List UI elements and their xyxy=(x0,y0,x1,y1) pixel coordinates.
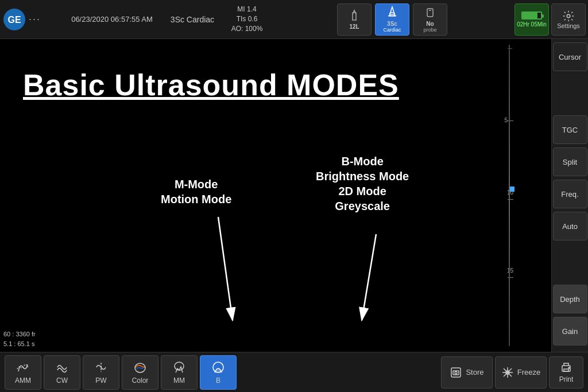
print-icon xyxy=(560,362,572,374)
b-mode-annotation: B-ModeBrightness Mode2D ModeGreyscale xyxy=(316,154,409,214)
battery-fill xyxy=(523,13,537,18)
gain-btn[interactable]: Gain xyxy=(553,317,587,346)
probe-none-sublabel: probe xyxy=(423,27,436,33)
mode-btn-cw[interactable]: CW xyxy=(44,355,80,390)
main-content: Basic Ultrasound MODES M-ModeMotion Mode… xyxy=(0,39,588,352)
probe-btn-12l[interactable]: 12L xyxy=(337,3,372,36)
probe-btn-none[interactable]: No probe xyxy=(413,3,447,36)
cursor-btn[interactable]: Cursor xyxy=(553,42,587,71)
battery-btn[interactable]: 02Hr 05Min xyxy=(514,3,549,36)
svg-text:GE: GE xyxy=(7,15,21,25)
freeze-icon xyxy=(501,366,514,379)
cw-label: CW xyxy=(56,377,68,385)
ge-logo: GE xyxy=(3,9,25,30)
topbar: GE ··· 06/23/2020 06:57:55 AM 3Sc Cardia… xyxy=(0,0,588,39)
store-label: Store xyxy=(466,368,483,377)
probe-3sc-sublabel: Cardiac xyxy=(383,27,401,33)
slide-title: Basic Ultrasound MODES xyxy=(23,68,399,102)
color-label: Color xyxy=(132,377,149,385)
split-btn[interactable]: Split xyxy=(553,148,587,176)
svg-point-14 xyxy=(455,371,457,374)
svg-line-6 xyxy=(218,217,233,320)
topbar-mi-info: MI 1.4 TIs 0.6 AO: 100% xyxy=(224,5,270,33)
dots-menu[interactable]: ··· xyxy=(29,13,41,25)
topbar-probes: 12L 3Sc Cardiac No probe xyxy=(270,3,514,36)
topbar-probe-info: 3Sc Cardiac xyxy=(161,15,224,24)
ruler-15: 15— xyxy=(502,267,513,280)
amm-label: AMM xyxy=(15,377,31,385)
b-mode-label: B-ModeBrightness Mode2D ModeGreyscale xyxy=(316,154,409,214)
freeze-label: Freeze xyxy=(517,368,540,377)
auto-btn[interactable]: Auto xyxy=(553,212,587,240)
mode-btn-pw[interactable]: PW xyxy=(83,355,119,390)
print-label: Print xyxy=(559,375,574,383)
store-btn[interactable]: Store xyxy=(441,356,493,389)
svg-point-4 xyxy=(567,14,570,18)
freq-btn[interactable]: Freq. xyxy=(553,180,587,208)
mode-btn-mm[interactable]: MM xyxy=(161,355,198,390)
battery-indicator xyxy=(521,11,542,20)
b-label: B xyxy=(216,377,220,385)
bottom-info: 60 : 3360 fr 5.1 : 65.1 s xyxy=(3,329,36,348)
mode-btn-amm[interactable]: AMM xyxy=(5,355,41,390)
bottombar: AMM CW PW Color xyxy=(0,352,588,392)
probe-3sc-label: 3Sc xyxy=(387,21,397,27)
m-mode-annotation: M-ModeMotion Mode xyxy=(161,177,231,207)
probe-none-label: No xyxy=(426,21,434,27)
settings-btn[interactable]: Settings xyxy=(551,3,586,36)
mode-btn-b[interactable]: B xyxy=(200,355,237,390)
pw-label: PW xyxy=(95,377,106,385)
action-buttons-group: Store Freeze Print xyxy=(441,356,583,389)
svg-rect-21 xyxy=(564,369,568,371)
battery-time: 02Hr 05Min xyxy=(517,21,547,28)
depth-btn[interactable]: Depth xyxy=(553,285,587,313)
ruler-line xyxy=(509,45,510,346)
topbar-right-buttons: 02Hr 05Min Settings xyxy=(514,3,588,36)
svg-rect-2 xyxy=(427,9,433,17)
time-info: 5.1 : 65.1 s xyxy=(3,339,36,349)
svg-point-22 xyxy=(568,367,570,368)
m-mode-label: M-ModeMotion Mode xyxy=(161,177,231,207)
settings-label: Settings xyxy=(557,22,580,29)
topbar-datetime: 06/23/2020 06:57:55 AM xyxy=(63,15,161,24)
mode-buttons-group: AMM CW PW Color xyxy=(5,355,237,390)
frame-info: 60 : 3360 fr xyxy=(3,329,36,339)
print-btn[interactable]: Print xyxy=(549,356,583,389)
ruler-dot xyxy=(509,187,514,192)
canvas-area: Basic Ultrasound MODES M-ModeMotion Mode… xyxy=(0,39,551,352)
svg-point-10 xyxy=(175,362,184,370)
svg-line-7 xyxy=(362,234,376,320)
right-sidebar: Cursor TGC Split Freq. Auto Depth Gain xyxy=(551,39,588,352)
mode-btn-color[interactable]: Color xyxy=(122,355,158,390)
probe-12l-label: 12L xyxy=(349,24,359,30)
store-icon xyxy=(450,366,462,379)
freeze-btn[interactable]: Freeze xyxy=(495,356,547,389)
topbar-left: GE ··· xyxy=(0,9,63,30)
depth-ruler: 5— 10— 15— xyxy=(502,45,513,346)
tgc-btn[interactable]: TGC xyxy=(553,115,587,144)
mm-label: MM xyxy=(173,377,185,385)
probe-btn-3sc[interactable]: 3Sc Cardiac xyxy=(375,3,409,36)
